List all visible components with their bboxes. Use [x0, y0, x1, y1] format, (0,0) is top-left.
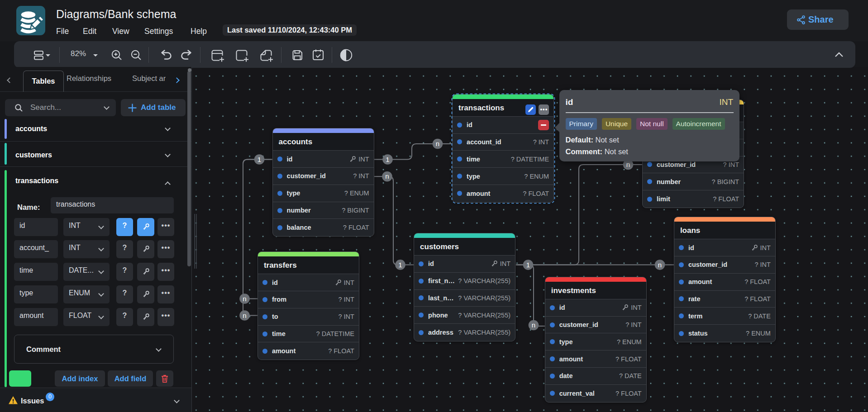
svg-text:1: 1	[258, 156, 261, 163]
svg-text:n: n	[243, 312, 246, 319]
svg-text:n: n	[385, 172, 389, 180]
svg-text:n: n	[436, 140, 439, 147]
svg-text:n: n	[243, 295, 246, 303]
svg-text:n: n	[658, 261, 662, 269]
svg-text:n: n	[626, 161, 630, 168]
svg-text:n: n	[532, 321, 535, 329]
svg-text:1: 1	[398, 261, 402, 269]
svg-text:1: 1	[526, 261, 530, 269]
svg-text:1: 1	[386, 156, 389, 163]
